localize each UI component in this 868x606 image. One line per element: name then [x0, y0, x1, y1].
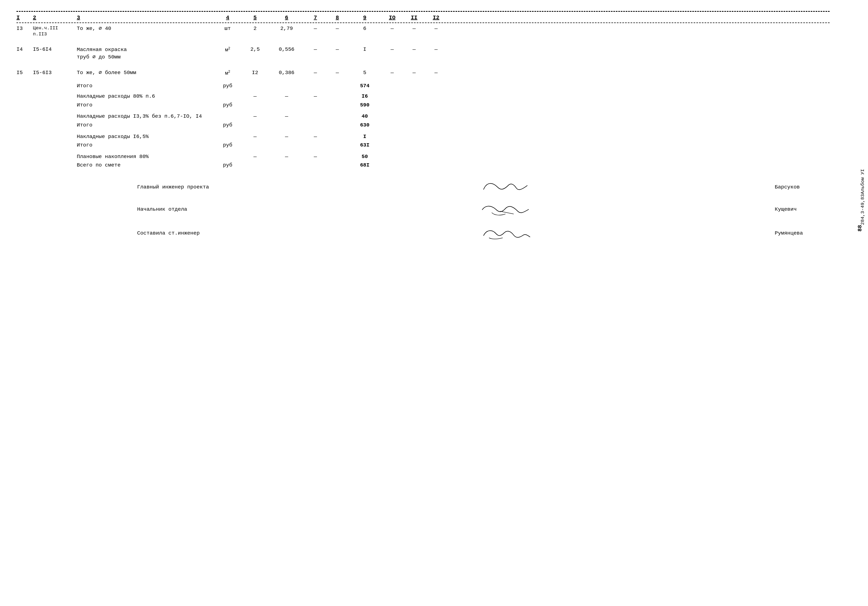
top-dashed-line: [17, 11, 829, 12]
cell-col11: —: [403, 25, 425, 33]
overhead-row: Накладные расходы 80% п.6 — — — I6: [17, 93, 829, 100]
cell-col7: —: [304, 69, 326, 76]
total-label: Итого: [77, 122, 214, 129]
signature-row: Главный инженер проекта Барсуков: [137, 180, 829, 194]
col-header-3: 3: [77, 14, 214, 21]
col-header-2: 2: [33, 14, 77, 21]
cell-unit: шт: [214, 25, 241, 33]
overhead-label: Накладные расходы I3,3% без п.6,7-IO, I4: [77, 113, 214, 120]
overhead-row: Накладные расходы I6,5% — — — I: [17, 133, 829, 140]
total-unit: руб: [214, 82, 241, 90]
cell-desc: Масляная окраскатруб ∅ до 50мм: [77, 46, 214, 61]
col-header-10: IO: [381, 14, 403, 21]
cell-col8: —: [326, 69, 348, 76]
cell-unit: м2: [214, 69, 241, 77]
total-label: Итого: [77, 142, 214, 149]
table-row: I3 Цен.ч.IIIп.II3 То же, ∅ 40 шт 2 2,79 …: [17, 25, 829, 37]
total-row: Итого руб 590: [17, 102, 829, 109]
overhead-row: Накладные расходы I3,3% без п.6,7-IO, I4…: [17, 113, 829, 120]
cell-desc: То же, ∅ 40: [77, 25, 214, 33]
overhead-label: Плановые накопления 80%: [77, 153, 214, 160]
overhead-value: I: [348, 133, 381, 140]
overhead-col7: —: [304, 93, 326, 100]
col-header-4: 4: [214, 14, 241, 21]
cell-row-num: I3: [17, 25, 33, 33]
cell-row-num: I5: [17, 69, 33, 76]
total-unit: руб: [214, 102, 241, 109]
total-unit: руб: [214, 162, 241, 169]
cell-ref: I5-6I3: [33, 69, 77, 76]
overhead-col5: —: [241, 153, 269, 160]
overhead-col5: —: [241, 133, 269, 140]
total-value: 574: [348, 82, 381, 90]
col-header-9: 9: [348, 14, 381, 21]
sig-signature: [241, 180, 769, 194]
cell-col10: —: [381, 69, 403, 76]
table-row: I4 I5-6I4 Масляная окраскатруб ∅ до 50мм…: [17, 46, 829, 61]
cell-ref: I5-6I4: [33, 46, 77, 53]
overhead-label: Накладные расходы 80% п.6: [77, 93, 214, 100]
cell-price: 0,556: [269, 46, 304, 53]
col-header-11: II: [403, 14, 425, 21]
overhead-col6: —: [269, 113, 304, 120]
total-value: 63I: [348, 142, 381, 149]
col-header-8: 8: [326, 14, 348, 21]
total-row: Итого руб 63I: [17, 142, 829, 149]
total-label: Всего по смете: [77, 162, 214, 169]
overhead-value: 50: [348, 153, 381, 160]
sig-name: Барсуков: [775, 184, 829, 190]
cell-col8: —: [326, 25, 348, 33]
col-header-1: I: [17, 14, 33, 21]
col-header-7: 7: [304, 14, 326, 21]
side-number: 88: [857, 225, 863, 232]
cell-col11: —: [403, 46, 425, 53]
overhead-col5: —: [241, 93, 269, 100]
cell-price: 2,79: [269, 25, 304, 33]
cell-col10: —: [381, 25, 403, 33]
cell-col9: 6: [348, 25, 381, 33]
overhead-label: Накладные расходы I6,5%: [77, 133, 214, 140]
total-unit: руб: [214, 122, 241, 129]
cell-col12: —: [425, 69, 447, 76]
cell-col12: —: [425, 46, 447, 53]
sig-role: Составила ст.инженер: [137, 230, 236, 236]
signature-row: Составила ст.инженер Румянцева: [137, 225, 829, 241]
sig-name: Кущевич: [775, 206, 829, 212]
page-container: I 2 3 4 5 6 7 8 9 IO II I2 I3 Цен.ч.IIIп…: [0, 0, 868, 606]
total-row: Итого руб 574: [17, 82, 829, 90]
col-header-5: 5: [241, 14, 269, 21]
overhead-col6: —: [269, 133, 304, 140]
signature-row: Начальник отдела Кущевич: [137, 202, 829, 217]
cell-col12: —: [425, 25, 447, 33]
sig-name: Румянцева: [775, 230, 829, 236]
overhead-col5: —: [241, 113, 269, 120]
total-label: Итого: [77, 82, 214, 90]
total-label: Итого: [77, 102, 214, 109]
overhead-value: I6: [348, 93, 381, 100]
total-value: 68I: [348, 162, 381, 169]
total-value: 630: [348, 122, 381, 129]
sig-signature: [241, 202, 769, 217]
cell-col9: 5: [348, 69, 381, 76]
cell-col7: —: [304, 25, 326, 33]
signature-section: Главный инженер проекта Барсуков Начальн…: [137, 180, 829, 241]
cell-col9: I: [348, 46, 381, 53]
cell-row-num: I4: [17, 46, 33, 53]
cell-unit: м2: [214, 46, 241, 54]
total-row: Итого руб 630: [17, 122, 829, 129]
overhead-col7: —: [304, 133, 326, 140]
cell-qty: 2,5: [241, 46, 269, 53]
vertical-label: 284,3-49,83Альбом УI: [860, 6, 865, 225]
cell-col11: —: [403, 69, 425, 76]
cell-col10: —: [381, 46, 403, 53]
sig-role: Главный инженер проекта: [137, 184, 236, 190]
overhead-col6: —: [269, 153, 304, 160]
col-header-12: I2: [425, 14, 447, 21]
col-header-6: 6: [269, 14, 304, 21]
cell-qty: 2: [241, 25, 269, 33]
overhead-value: 40: [348, 113, 381, 120]
total-unit: руб: [214, 142, 241, 149]
cell-price: 0,386: [269, 69, 304, 76]
cell-col8: —: [326, 46, 348, 53]
sig-signature: [241, 225, 769, 241]
